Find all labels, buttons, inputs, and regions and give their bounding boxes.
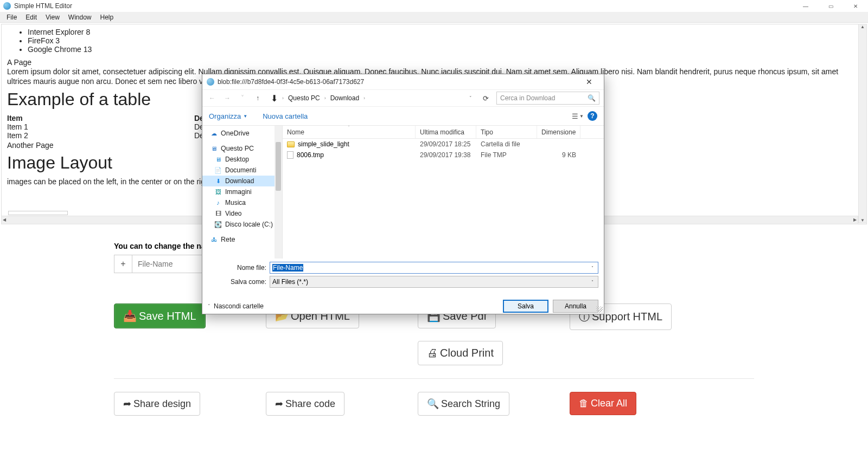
th-item: Item (7, 114, 23, 122)
dialog-app-icon (207, 78, 214, 86)
new-folder-label: Nuova cartella (263, 112, 308, 120)
tree-label: Video (225, 210, 241, 217)
saveas-value: All Files (*.*) (272, 278, 308, 286)
tree-network[interactable]: 🖧Rete (202, 234, 282, 245)
help-button[interactable]: ? (588, 111, 597, 121)
dialog-close-button[interactable]: ✕ (579, 74, 599, 89)
search-icon: 🔍 (588, 94, 596, 102)
tree-label: Questo PC (221, 145, 254, 152)
menu-view[interactable]: View (41, 12, 64, 22)
btn-label: Clear All (591, 398, 627, 409)
view-options-button[interactable]: ☰▼ (571, 111, 584, 121)
save-icon: 📥 (123, 309, 137, 322)
file-size: 9 KB (537, 151, 580, 159)
app-icon (3, 2, 11, 10)
chevron-down-icon[interactable]: ˅ (588, 263, 597, 272)
addon-plus[interactable]: + (114, 255, 132, 273)
file-list[interactable]: ˄ Nome Ultima modifica Tipo Dimensione s… (283, 126, 604, 259)
search-input[interactable]: Cerca in Download 🔍 (496, 92, 599, 105)
chevron-down-icon: ▼ (243, 114, 247, 119)
filename-label: Nome file: (208, 264, 270, 272)
button-row-2: 🖨 Cloud Print (114, 341, 754, 365)
save-html-button[interactable]: 📥 Save HTML (114, 303, 206, 328)
dialog-footer: Nome file: File-Name ˅ Salva come: All F… (202, 259, 604, 294)
menu-window[interactable]: Window (64, 12, 96, 22)
share-design-button[interactable]: ➦ Share design (114, 392, 200, 416)
tree-onedrive[interactable]: ☁OneDrive (202, 128, 282, 139)
nav-recent-button[interactable]: ˅ (237, 94, 248, 102)
cancel-button[interactable]: Annulla (553, 300, 598, 313)
close-button[interactable]: ✕ (843, 0, 868, 12)
nav-up-button[interactable]: ↑ (252, 94, 263, 102)
menu-help[interactable]: Help (96, 12, 118, 22)
chevron-down-icon[interactable]: ˅ (588, 277, 597, 286)
organize-label: Organizza (209, 112, 241, 120)
tree-disk[interactable]: 💽Disco locale (C:) (202, 219, 282, 230)
file-type: Cartella di file (476, 140, 537, 148)
cloud-print-button[interactable]: 🖨 Cloud Print (418, 341, 503, 365)
organize-button[interactable]: Organizza ▼ (209, 112, 247, 120)
chevron-right-icon: › (282, 95, 284, 101)
sort-indicator-icon: ˄ (348, 125, 350, 130)
file-date: 29/09/2017 19:38 (416, 151, 476, 159)
tree-thispc[interactable]: 🖥Questo PC (202, 143, 282, 154)
save-button[interactable]: Salva (503, 300, 548, 313)
folder-tree[interactable]: ☁OneDrive 🖥Questo PC 🖥Desktop 📄Documenti… (202, 126, 283, 259)
file-row[interactable]: 8006.tmp 29/09/2017 19:38 File TMP 9 KB (283, 150, 604, 160)
minimize-button[interactable]: — (793, 0, 818, 12)
trash-icon: 🗑 (579, 398, 589, 409)
breadcrumb-dropdown[interactable]: ˅ (466, 95, 475, 101)
scrollbar-vertical[interactable] (858, 24, 867, 223)
refresh-button[interactable]: ⟳ (480, 94, 492, 102)
breadcrumb-item[interactable]: Download (330, 94, 359, 102)
saveas-label: Salva come: (208, 278, 270, 286)
nav-back-button[interactable]: ← (207, 94, 218, 102)
col-date-header[interactable]: Ultima modifica (416, 126, 476, 138)
onedrive-icon: ☁ (210, 130, 218, 137)
share-code-button[interactable]: ➦ Share code (266, 392, 344, 416)
share-icon: ➦ (275, 398, 283, 410)
titlebar: Simple HTML Editor (0, 0, 868, 12)
filename-value: File-Name (272, 264, 303, 272)
menu-edit[interactable]: Edit (21, 12, 41, 22)
file-list-header: ˄ Nome Ultima modifica Tipo Dimensione (283, 126, 604, 139)
saveas-combo[interactable]: All Files (*.*) ˅ (270, 276, 598, 288)
col-size-header[interactable]: Dimensione (537, 126, 580, 138)
network-icon: 🖧 (210, 236, 218, 243)
tree-download[interactable]: ⬇Download (202, 176, 282, 186)
hide-folders-label: Nascondi cartelle (214, 302, 264, 310)
file-row[interactable]: simple_slide_light 29/09/2017 18:25 Cart… (283, 139, 604, 150)
search-string-button[interactable]: 🔍 Search String (418, 392, 509, 416)
hide-folders-button[interactable]: ˄ Nascondi cartelle (208, 302, 264, 310)
breadcrumb-item[interactable]: Questo PC (288, 94, 320, 102)
download-icon: ⬇ (214, 177, 222, 185)
tree-documents[interactable]: 📄Documenti (202, 165, 282, 176)
filename-combo[interactable]: File-Name ˅ (270, 262, 598, 274)
menubar: File Edit View Window Help (0, 12, 868, 23)
dialog-nav: ← → ˅ ↑ ⬇ › Questo PC › Download › ˅ ⟳ C… (202, 89, 604, 107)
list-item: Google Chrome 13 (28, 45, 861, 54)
breadcrumb[interactable]: ⬇ › Questo PC › Download › (267, 93, 462, 104)
clear-all-button[interactable]: 🗑 Clear All (570, 392, 636, 415)
music-icon: ♪ (214, 199, 222, 206)
document-icon: 📄 (214, 166, 222, 174)
page-label: A Page (7, 58, 861, 67)
btn-label: Share code (285, 398, 335, 410)
file-name: simple_slide_light (298, 140, 349, 148)
tree-label: Rete (221, 236, 235, 243)
tree-label: Desktop (225, 156, 249, 163)
resize-grip[interactable] (596, 306, 603, 313)
tree-music[interactable]: ♪Musica (202, 197, 282, 208)
dialog-toolbar: Organizza ▼ Nuova cartella ☰▼ ? (202, 107, 604, 125)
tree-video[interactable]: 🎞Video (202, 208, 282, 219)
tree-images[interactable]: 🖼Immagini (202, 186, 282, 197)
tree-desktop[interactable]: 🖥Desktop (202, 154, 282, 165)
desktop-icon: 🖥 (214, 156, 222, 163)
col-type-header[interactable]: Tipo (476, 126, 537, 138)
folder-icon (287, 141, 295, 147)
tree-scrollbar[interactable] (275, 126, 282, 259)
menu-file[interactable]: File (2, 12, 21, 22)
new-folder-button[interactable]: Nuova cartella (263, 112, 308, 120)
maximize-button[interactable]: ▭ (818, 0, 843, 12)
nav-forward-button[interactable]: → (222, 94, 233, 102)
